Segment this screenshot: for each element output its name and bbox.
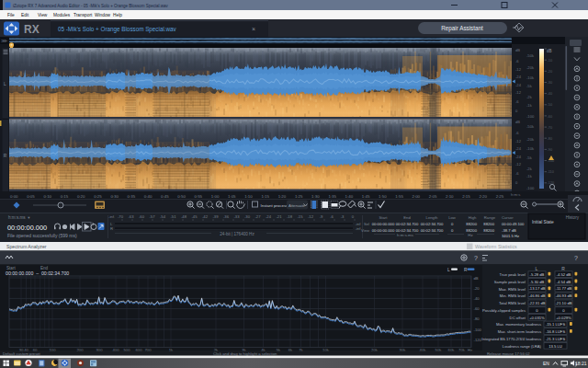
svg-text:-10: -10 xyxy=(548,59,553,63)
svg-text:Loudness range (LRA): Loudness range (LRA) xyxy=(503,344,542,349)
svg-text:00:00:00.000 – 00:02:34.700: 00:00:00.000 – 00:02:34.700 xyxy=(6,270,69,276)
svg-text:1:30: 1:30 xyxy=(311,194,320,199)
svg-text:-21.10 dB: -21.10 dB xyxy=(555,301,571,305)
svg-text:-57: -57 xyxy=(149,214,155,219)
svg-text:Max. short-term loudness: Max. short-term loudness xyxy=(498,329,541,334)
svg-text:High: High xyxy=(469,215,477,220)
svg-text:88200: 88200 xyxy=(483,222,494,226)
svg-text:-39: -39 xyxy=(212,214,219,219)
svg-text:13.5 LU: 13.5 LU xyxy=(548,344,562,349)
svg-text:Modules: Modules xyxy=(53,13,71,17)
svg-text:1:10: 1:10 xyxy=(244,194,253,199)
svg-text:Transport: Transport xyxy=(74,13,93,17)
svg-text:-30: -30 xyxy=(548,81,553,85)
svg-text:-12: -12 xyxy=(515,162,522,167)
svg-text:?: ? xyxy=(574,255,578,261)
svg-text:-9: -9 xyxy=(320,214,323,219)
svg-text:88200: 88200 xyxy=(466,222,477,226)
svg-text:R: R xyxy=(110,226,113,231)
svg-text:2:25: 2:25 xyxy=(496,194,504,199)
svg-text:88200: 88200 xyxy=(483,228,494,233)
svg-text:End: End xyxy=(403,215,411,220)
svg-text:0:40: 0:40 xyxy=(144,194,153,199)
svg-text:-60: -60 xyxy=(548,115,553,119)
svg-text:-54: -54 xyxy=(160,214,166,219)
svg-text:Start: Start xyxy=(6,266,16,270)
svg-text:-20k: -20k xyxy=(526,137,535,142)
svg-text:+0.031%: +0.031% xyxy=(529,316,545,320)
svg-text:1:05: 1:05 xyxy=(228,194,236,199)
svg-text:-10k: -10k xyxy=(526,146,535,151)
svg-text:-24: -24 xyxy=(266,214,272,219)
svg-text:05 -Mik's Solo + Orange Blosso: 05 -Mik's Solo + Orange Blossom Special.… xyxy=(58,26,177,33)
svg-text:0:25: 0:25 xyxy=(94,194,102,199)
svg-text:-51: -51 xyxy=(170,214,176,219)
svg-text:Start: Start xyxy=(379,215,389,220)
svg-text:1:00: 1:00 xyxy=(211,194,220,199)
svg-text:-5.30 dB: -5.30 dB xyxy=(530,280,545,284)
svg-text:1:20: 1:20 xyxy=(278,194,287,199)
svg-text:-60: -60 xyxy=(474,306,481,311)
svg-text:00:00:00.000: 00:00:00.000 xyxy=(372,222,395,226)
svg-text:-33: -33 xyxy=(233,214,240,219)
svg-text:0:20: 0:20 xyxy=(77,194,85,199)
svg-text:00:02:34.700: 00:02:34.700 xyxy=(421,228,444,233)
svg-text:Sel: Sel xyxy=(364,222,369,226)
svg-text:-24: -24 xyxy=(515,155,522,159)
svg-text:-12: -12 xyxy=(515,139,522,144)
svg-text:1:25: 1:25 xyxy=(295,194,303,199)
svg-text:Attenuate: Attenuate xyxy=(288,203,306,208)
svg-text:0:55: 0:55 xyxy=(195,194,203,199)
svg-text:-48: -48 xyxy=(181,214,187,219)
svg-text:Repair Assistant: Repair Assistant xyxy=(441,25,483,32)
svg-text:-80: -80 xyxy=(474,316,481,321)
svg-text:Low: Low xyxy=(448,215,457,220)
svg-text:Max. RMS level: Max. RMS level xyxy=(499,287,526,292)
svg-text:-1k: -1k xyxy=(526,103,533,108)
svg-text:-10k: -10k xyxy=(526,75,535,80)
svg-text:-5k: -5k xyxy=(526,84,533,88)
svg-text:-3: -3 xyxy=(341,214,345,219)
svg-text:Min. RMS level: Min. RMS level xyxy=(500,293,526,298)
svg-text:End: End xyxy=(40,266,49,270)
svg-text:View: View xyxy=(38,13,48,17)
svg-text:-38.7 dB: -38.7 dB xyxy=(502,228,516,233)
svg-text:-24: -24 xyxy=(515,146,522,151)
svg-text:-4.52 dB: -4.52 dB xyxy=(557,272,571,277)
svg-text:L: L xyxy=(536,266,538,271)
svg-text:?: ? xyxy=(474,255,478,261)
svg-text:2:05: 2:05 xyxy=(429,194,437,199)
svg-text:-90: -90 xyxy=(548,148,553,152)
svg-text:h:m:s.ms ▾: h:m:s.ms ▾ xyxy=(8,215,30,220)
svg-text:dB: dB xyxy=(515,48,520,52)
svg-text:-20: -20 xyxy=(474,286,481,291)
svg-text:-30: -30 xyxy=(244,214,251,219)
svg-text:-45: -45 xyxy=(191,214,198,219)
svg-text:-42: -42 xyxy=(202,214,209,219)
svg-text:Release mouse 17:56:02: Release mouse 17:56:02 xyxy=(487,351,530,356)
svg-text:-60: -60 xyxy=(139,214,145,219)
svg-text:×: × xyxy=(252,26,255,32)
svg-text:00:02:34.700: 00:02:34.700 xyxy=(396,222,419,226)
svg-text:-24: -24 xyxy=(515,83,522,87)
svg-text:Initial State: Initial State xyxy=(532,220,554,224)
svg-text:Spectrum Analyzer: Spectrum Analyzer xyxy=(6,244,47,249)
svg-text:Cursor: Cursor xyxy=(502,215,514,220)
svg-text:-36: -36 xyxy=(223,214,230,219)
svg-text:Edit: Edit xyxy=(21,13,29,17)
svg-text:-16.8 LUFS: -16.8 LUFS xyxy=(546,329,566,334)
svg-text:00:00:00.000: 00:00:00.000 xyxy=(7,224,47,232)
svg-text:Integrated BS.1770-2/3/4 loudn: Integrated BS.1770-2/3/4 loudness xyxy=(481,337,541,341)
svg-text:1:15: 1:15 xyxy=(261,194,269,199)
svg-text:-46.86 dB: -46.86 dB xyxy=(528,293,545,298)
svg-text:-4.54 dB: -4.54 dB xyxy=(557,280,571,284)
svg-text:h:m:s: h:m:s xyxy=(511,192,520,197)
svg-text:iZotope RX 7 Advanced Audio Ed: iZotope RX 7 Advanced Audio Editor - 05 … xyxy=(13,4,169,8)
svg-text:-100: -100 xyxy=(526,186,535,190)
svg-text:-2k: -2k xyxy=(526,95,533,99)
svg-text:h:m:s.ms: h:m:s.ms xyxy=(397,233,414,237)
svg-text:Window: Window xyxy=(95,13,111,17)
svg-text:1:50: 1:50 xyxy=(379,194,387,199)
svg-text:-5k: -5k xyxy=(526,155,533,160)
svg-text:True peak level: True peak level xyxy=(500,272,526,277)
